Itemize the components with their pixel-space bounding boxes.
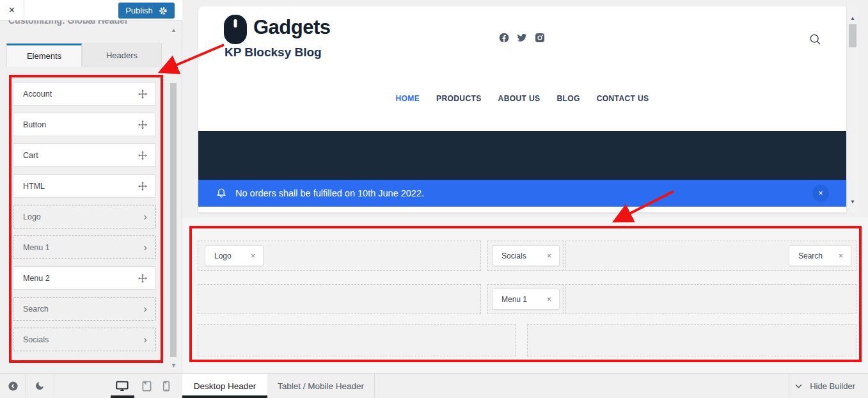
element-card-menu-2[interactable]: Menu 2	[13, 266, 156, 290]
element-card-html[interactable]: HTML	[13, 174, 156, 198]
tab-label: Desktop Header	[194, 381, 256, 391]
bell-icon	[216, 187, 227, 200]
scroll-down-icon[interactable]: ▼	[850, 199, 855, 205]
preview-scrollbar[interactable]: ▲ ▼	[848, 6, 858, 212]
remove-chip-icon[interactable]: ×	[547, 295, 551, 304]
panel-scroll-up-icon[interactable]: ▲	[171, 27, 177, 33]
header-social-icons	[499, 33, 545, 43]
element-card-menu-1[interactable]: Menu 1 ›	[13, 235, 156, 259]
active-tab-underline	[182, 395, 267, 398]
mobile-icon	[162, 381, 170, 392]
remove-chip-icon[interactable]: ×	[547, 251, 551, 260]
chevron-right-icon: ›	[143, 211, 147, 222]
facebook-icon[interactable]	[499, 33, 509, 43]
publish-button[interactable]: Publish	[118, 3, 175, 19]
element-card-label: Logo	[23, 212, 41, 221]
site-title[interactable]: Gadgets	[253, 16, 331, 39]
builder-cell-row3-left[interactable]	[198, 324, 516, 356]
hide-builder-button[interactable]: Hide Builder	[795, 374, 855, 398]
element-card-label: Menu 1	[23, 243, 50, 252]
builder-chip-logo[interactable]: Logo ×	[205, 245, 264, 266]
close-customizer-button[interactable]: ×	[0, 0, 24, 20]
twitter-icon[interactable]	[517, 33, 527, 43]
notification-close-button[interactable]: ×	[812, 185, 829, 202]
nav-item-home[interactable]: HOME	[395, 94, 420, 103]
hide-builder-label: Hide Builder	[810, 381, 855, 391]
chip-label: Search	[798, 251, 823, 260]
builder-chip-search[interactable]: Search ×	[789, 245, 851, 266]
chevron-down-icon	[795, 384, 802, 388]
notification-bar: No orders shall be fulfilled on 10th Jun…	[198, 180, 846, 207]
publish-label: Publish	[125, 6, 153, 15]
move-icon	[138, 182, 147, 191]
close-icon: ×	[818, 189, 823, 198]
moon-icon	[35, 381, 45, 391]
move-icon	[138, 90, 147, 99]
footer-divider	[789, 374, 789, 398]
scrollbar-thumb[interactable]	[849, 24, 856, 47]
move-icon	[138, 120, 147, 129]
element-card-logo[interactable]: Logo ›	[13, 205, 156, 228]
remove-chip-icon[interactable]: ×	[251, 251, 255, 260]
element-card-account[interactable]: Account	[13, 82, 156, 106]
site-logo-icon[interactable]	[224, 15, 247, 44]
collapse-sidebar-button[interactable]	[4, 374, 22, 398]
nav-item-contact-us[interactable]: CONTACT US	[597, 94, 649, 103]
chip-label: Logo	[214, 251, 232, 260]
active-device-underline	[111, 395, 134, 398]
chip-label: Socials	[501, 251, 526, 260]
site-preview: Gadgets KP Blocksy Blog HOME PRODUCTS AB…	[198, 6, 846, 212]
sidebar-footer	[0, 373, 182, 398]
customizer-app: Customizing: Global Header × Publish ▲ ▼…	[0, 0, 868, 398]
tab-headers[interactable]: Headers	[82, 44, 162, 67]
element-card-label: Search	[23, 305, 49, 314]
chip-label: Menu 1	[501, 295, 527, 304]
chevron-right-icon: ›	[143, 334, 147, 345]
instagram-icon[interactable]	[535, 33, 545, 43]
tab-elements[interactable]: Elements	[6, 44, 82, 67]
panel-scroll-down-icon[interactable]: ▼	[171, 362, 177, 369]
scroll-up-icon[interactable]: ▲	[850, 15, 855, 21]
dark-mode-toggle[interactable]	[31, 374, 49, 398]
notification-text: No orders shall be fulfilled on 10th Jun…	[235, 188, 424, 198]
site-tagline: KP Blocksy Blog	[225, 45, 322, 60]
builder-cell-row2-right[interactable]	[565, 284, 856, 314]
elements-list: Account Button Cart HTML Logo › Menu 1	[13, 82, 156, 358]
element-card-cart[interactable]: Cart	[13, 143, 156, 167]
nav-item-blog[interactable]: BLOG	[556, 94, 580, 103]
move-icon	[138, 274, 147, 283]
device-mobile-button[interactable]	[159, 374, 174, 398]
mouse-wheel-shape	[234, 19, 237, 28]
element-card-button[interactable]: Button	[13, 113, 156, 136]
element-card-label: Socials	[23, 335, 49, 344]
tab-tablet-mobile-header[interactable]: Tablet / Mobile Header	[267, 374, 374, 398]
element-card-label: HTML	[23, 182, 45, 191]
nav-item-about-us[interactable]: ABOUT US	[498, 94, 541, 103]
builder-chip-menu-1[interactable]: Menu 1 ×	[492, 289, 560, 310]
footer-divider	[26, 374, 26, 398]
tab-label: Tablet / Mobile Header	[278, 381, 364, 391]
device-tablet-button[interactable]	[138, 374, 155, 398]
builder-cell-row3-right[interactable]	[527, 324, 856, 356]
close-icon: ×	[9, 4, 15, 16]
panel-tabs: Elements Headers	[6, 44, 162, 67]
element-card-label: Menu 2	[23, 274, 50, 283]
device-desktop-button[interactable]	[113, 374, 131, 398]
builder-chip-socials[interactable]: Socials ×	[492, 245, 560, 266]
move-icon	[138, 151, 147, 160]
remove-chip-icon[interactable]: ×	[839, 251, 843, 260]
element-card-socials[interactable]: Socials ›	[13, 328, 156, 351]
sidebar-scrollbar[interactable]	[170, 83, 177, 357]
chevron-right-icon: ›	[143, 242, 147, 253]
element-card-search[interactable]: Search ›	[13, 297, 156, 321]
builder-cell-row2-left[interactable]	[198, 284, 481, 314]
nav-item-products[interactable]: PRODUCTS	[436, 94, 482, 103]
tab-desktop-header[interactable]: Desktop Header	[182, 374, 267, 398]
element-card-label: Button	[23, 120, 46, 129]
customizer-topbar: × Publish	[0, 0, 182, 20]
builder-footer-bar: Desktop Header Tablet / Mobile Header Hi…	[182, 373, 868, 398]
footer-divider	[374, 374, 375, 398]
header-search-button[interactable]	[809, 33, 821, 46]
site-nav-menu: HOME PRODUCTS ABOUT US BLOG CONTACT US	[198, 94, 846, 103]
customizer-sidebar: Customizing: Global Header × Publish ▲ ▼…	[0, 0, 182, 373]
